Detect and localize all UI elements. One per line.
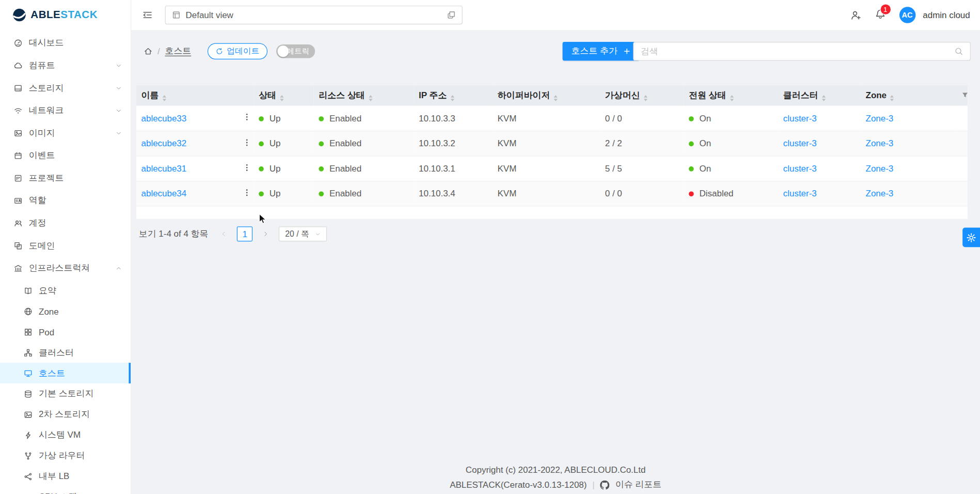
sidebar-item-images[interactable]: 이미지 bbox=[0, 122, 131, 144]
sidebar-item-network[interactable]: 네트워크 bbox=[0, 100, 131, 121]
user-add-icon[interactable] bbox=[850, 10, 861, 21]
issue-report-link[interactable]: 이슈 리포트 bbox=[615, 479, 661, 490]
sidebar-item-internal-lb[interactable]: 내부 LB bbox=[0, 466, 131, 487]
resource-state-dot bbox=[319, 116, 324, 121]
column-header-actions bbox=[238, 85, 254, 106]
column-header-state[interactable]: 상태 bbox=[254, 85, 313, 106]
column-header-name[interactable]: 이름 bbox=[136, 85, 238, 106]
sidebar-item-dashboard[interactable]: 대시보드 bbox=[0, 33, 131, 54]
sidebar-collapse-icon[interactable] bbox=[143, 10, 152, 20]
resource-state-label: Enabled bbox=[329, 113, 361, 123]
sidebar-item-storage[interactable]: 스토리지 bbox=[0, 78, 131, 99]
sidebar-item-cpu-sockets[interactable]: CPU 소켓 bbox=[0, 487, 131, 494]
zone-link[interactable]: Zone-3 bbox=[866, 188, 894, 198]
column-header-resource-state[interactable]: 리소스 상태 bbox=[314, 85, 414, 106]
row-actions-button[interactable] bbox=[243, 163, 251, 172]
footer-separator: | bbox=[592, 480, 594, 489]
username[interactable]: admin cloud bbox=[923, 10, 970, 20]
view-selector[interactable]: Default view bbox=[165, 6, 463, 24]
add-host-button[interactable]: 호스트 추가 bbox=[562, 42, 639, 60]
chevron-down-icon bbox=[315, 231, 321, 237]
pagination-page-1[interactable]: 1 bbox=[237, 226, 252, 241]
host-name-link[interactable]: ablecube34 bbox=[141, 188, 187, 198]
breadcrumb-separator: / bbox=[157, 47, 160, 56]
zone-link[interactable]: Zone-3 bbox=[866, 138, 894, 148]
cluster-link[interactable]: cluster-3 bbox=[783, 188, 817, 198]
chevron-down-icon bbox=[116, 130, 122, 136]
refresh-button[interactable]: 업데이트 bbox=[208, 43, 267, 59]
cloud-icon bbox=[14, 61, 23, 70]
hosts-table-card: 이름 상태 리소스 상태 IP 주소 하이퍼바이저 가상머신 전원 상태 클러스… bbox=[136, 85, 968, 219]
state-label: Up bbox=[270, 163, 281, 173]
fork-icon bbox=[24, 451, 33, 460]
brand-logo-icon bbox=[12, 8, 26, 22]
notification-badge: 1 bbox=[880, 4, 890, 14]
cluster-link[interactable]: cluster-3 bbox=[783, 113, 817, 123]
sidebar-item-infrastructure[interactable]: 인프라스트럭쳐 bbox=[0, 258, 131, 279]
column-header-vms[interactable]: 가상머신 bbox=[600, 85, 684, 106]
search-icon[interactable] bbox=[954, 47, 963, 56]
row-actions-button[interactable] bbox=[243, 138, 251, 147]
zone-link[interactable]: Zone-3 bbox=[866, 113, 894, 123]
table-row: ablecube32 Up Enabled 10.10.3.2 KVM 2 / … bbox=[136, 131, 968, 156]
row-actions-button[interactable] bbox=[243, 113, 251, 121]
chevron-right-icon bbox=[263, 231, 269, 237]
sidebar-item-domains[interactable]: 도메인 bbox=[0, 235, 131, 256]
globe-icon bbox=[24, 307, 33, 316]
sidebar-item-accounts[interactable]: 계정 bbox=[0, 213, 131, 234]
power-state-label: Disabled bbox=[700, 188, 734, 198]
hypervisor: KVM bbox=[498, 138, 517, 148]
sort-icon bbox=[822, 95, 826, 101]
copyright-text: Copyright (c) 2021-2022, ABLECLOUD.Co.Lt… bbox=[131, 465, 980, 474]
column-header-hypervisor[interactable]: 하이퍼바이저 bbox=[493, 85, 600, 106]
notifications-button[interactable]: 1 bbox=[875, 8, 886, 21]
sidebar-item-zones[interactable]: Zone bbox=[0, 301, 131, 321]
ip-address: 10.10.3.3 bbox=[419, 113, 455, 123]
sidebar-item-roles[interactable]: 역할 bbox=[0, 190, 131, 211]
ip-address: 10.10.3.1 bbox=[419, 163, 455, 173]
database-icon bbox=[24, 390, 33, 398]
column-header-zone[interactable]: Zone bbox=[861, 85, 956, 106]
column-header-ip[interactable]: IP 주소 bbox=[414, 85, 493, 106]
row-actions-button[interactable] bbox=[243, 188, 251, 197]
chevron-down-icon bbox=[116, 63, 122, 69]
sidebar-item-system-vms[interactable]: 시스템 VM bbox=[0, 425, 131, 445]
home-icon[interactable] bbox=[144, 47, 152, 56]
page-size-select[interactable]: 20 / 쪽 bbox=[279, 226, 326, 241]
settings-gear-button[interactable] bbox=[962, 228, 980, 248]
power-state-dot bbox=[689, 116, 694, 121]
toolbar: / 호스트 업데이트 메트릭 호스트 추가 bbox=[131, 41, 980, 61]
cluster-link[interactable]: cluster-3 bbox=[783, 163, 817, 173]
ip-address: 10.10.3.4 bbox=[419, 188, 455, 198]
project-icon bbox=[14, 174, 23, 183]
host-name-link[interactable]: ablecube32 bbox=[141, 138, 187, 148]
state-dot bbox=[259, 116, 264, 121]
zone-link[interactable]: Zone-3 bbox=[866, 163, 894, 173]
sort-icon bbox=[730, 95, 734, 101]
metrics-toggle[interactable]: 메트릭 bbox=[276, 44, 315, 58]
brand-logo[interactable]: ABLESTACK bbox=[0, 0, 131, 30]
sidebar-item-primary-storage[interactable]: 기본 스토리지 bbox=[0, 383, 131, 404]
sidebar-item-pods[interactable]: Pod bbox=[0, 321, 131, 342]
column-header-power-state[interactable]: 전원 상태 bbox=[684, 85, 778, 106]
sidebar-item-projects[interactable]: 프로젝트 bbox=[0, 167, 131, 189]
column-header-cluster[interactable]: 클러스터 bbox=[778, 85, 861, 106]
host-name-link[interactable]: ablecube31 bbox=[141, 163, 187, 173]
vm-count: 0 / 0 bbox=[605, 188, 622, 198]
cluster-link[interactable]: cluster-3 bbox=[783, 138, 817, 148]
pagination-prev-button[interactable] bbox=[216, 226, 231, 241]
pagination-next-button[interactable] bbox=[258, 226, 273, 241]
column-filter[interactable] bbox=[956, 85, 968, 106]
pagination-summary: 보기 1-4 of 4 항목 bbox=[139, 228, 209, 240]
sidebar-item-summary[interactable]: 요약 bbox=[0, 280, 131, 301]
sidebar-item-compute[interactable]: 컴퓨트 bbox=[0, 55, 131, 76]
search-input[interactable] bbox=[641, 47, 950, 56]
sidebar-item-hosts[interactable]: 호스트 bbox=[0, 363, 131, 383]
sidebar-item-events[interactable]: 이벤트 bbox=[0, 145, 131, 166]
sidebar-menu: 대시보드 컴퓨트 스토리지 네트워크 이미지 bbox=[0, 30, 131, 494]
user-avatar[interactable]: AC bbox=[899, 7, 915, 23]
sidebar-item-clusters[interactable]: 클러스터 bbox=[0, 342, 131, 363]
host-name-link[interactable]: ablecube33 bbox=[141, 113, 187, 123]
sidebar-item-virtual-routers[interactable]: 가상 라우터 bbox=[0, 445, 131, 466]
sidebar-item-secondary-storage[interactable]: 2차 스토리지 bbox=[0, 404, 131, 425]
